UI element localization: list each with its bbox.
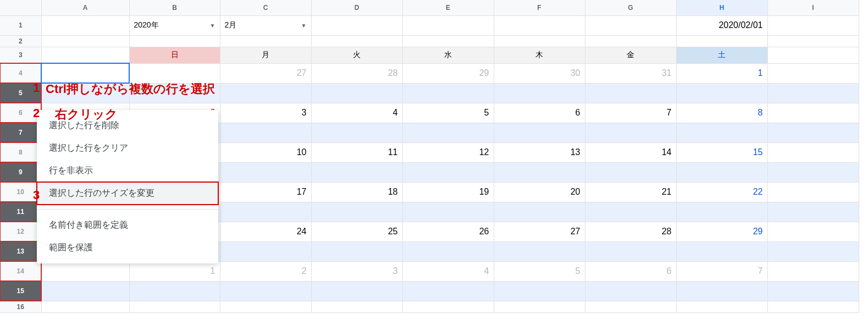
cell-C14[interactable]: 2 <box>220 261 311 281</box>
cell-G2[interactable] <box>585 35 676 47</box>
row-header-4[interactable]: 4 <box>0 63 41 83</box>
cell-E4[interactable]: 29 <box>402 63 494 83</box>
cell-I4[interactable] <box>767 63 859 83</box>
cell-C10[interactable]: 17 <box>220 182 311 202</box>
menu-item-protect-range[interactable]: 範囲を保護 <box>37 237 218 259</box>
cell-H4[interactable]: 1 <box>676 63 767 83</box>
cell-C9[interactable] <box>220 162 311 182</box>
cell-E9[interactable] <box>402 162 494 182</box>
cell-C5[interactable] <box>220 83 311 103</box>
cell-A16[interactable] <box>41 301 129 312</box>
cell-D8[interactable]: 11 <box>311 142 402 162</box>
col-header-D[interactable]: D <box>311 0 402 15</box>
row-header-2[interactable]: 2 <box>0 35 41 47</box>
cell-H5[interactable] <box>676 83 767 103</box>
cell-D12[interactable]: 25 <box>311 222 402 241</box>
cell-F15[interactable] <box>494 281 585 301</box>
day-header-fri[interactable]: 金 <box>585 47 676 63</box>
cell-H1-date[interactable]: 2020/02/01 <box>676 15 767 35</box>
cell-G15[interactable] <box>585 281 676 301</box>
row-header-7[interactable]: 7 <box>0 123 41 142</box>
cell-C8[interactable]: 10 <box>220 142 311 162</box>
cell-I7[interactable] <box>767 123 859 142</box>
row-header-11[interactable]: 11 <box>0 202 41 222</box>
cell-B14[interactable]: 1 <box>129 261 220 281</box>
cell-E6[interactable]: 5 <box>402 103 494 123</box>
cell-G16[interactable] <box>585 301 676 312</box>
cell-F16[interactable] <box>494 301 585 312</box>
cell-F8[interactable]: 13 <box>494 142 585 162</box>
cell-C1-month-dropdown[interactable]: 2月 <box>220 15 311 35</box>
row-header-15[interactable]: 15 <box>0 281 41 301</box>
col-header-H[interactable]: H <box>676 0 767 15</box>
cell-F14[interactable]: 5 <box>494 261 585 281</box>
cell-B4[interactable] <box>129 63 220 83</box>
cell-I10[interactable] <box>767 182 859 202</box>
cell-A2[interactable] <box>41 35 129 47</box>
cell-I5[interactable] <box>767 83 859 103</box>
col-header-I[interactable]: I <box>767 0 859 15</box>
cell-G12[interactable]: 28 <box>585 222 676 241</box>
cell-D7[interactable] <box>311 123 402 142</box>
cell-B1-year-dropdown[interactable]: 2020年 <box>129 15 220 35</box>
row-header-12[interactable]: 12 <box>0 222 41 241</box>
cell-I8[interactable] <box>767 142 859 162</box>
cell-D5[interactable] <box>311 83 402 103</box>
cell-E16[interactable] <box>402 301 494 312</box>
cell-C13[interactable] <box>220 241 311 261</box>
cell-D1[interactable] <box>311 15 402 35</box>
cell-A3[interactable] <box>41 47 129 63</box>
cell-G14[interactable]: 6 <box>585 261 676 281</box>
cell-F4[interactable]: 30 <box>494 63 585 83</box>
cell-G1[interactable] <box>585 15 676 35</box>
row-header-3[interactable]: 3 <box>0 47 41 63</box>
cell-H13[interactable] <box>676 241 767 261</box>
cell-E5[interactable] <box>402 83 494 103</box>
cell-B2[interactable] <box>129 35 220 47</box>
col-header-G[interactable]: G <box>585 0 676 15</box>
cell-C7[interactable] <box>220 123 311 142</box>
cell-F6[interactable]: 6 <box>494 103 585 123</box>
cell-I1[interactable] <box>767 15 859 35</box>
cell-C4[interactable]: 27 <box>220 63 311 83</box>
cell-E15[interactable] <box>402 281 494 301</box>
row-header-14[interactable]: 14 <box>0 261 41 281</box>
cell-G4[interactable]: 31 <box>585 63 676 83</box>
cell-I9[interactable] <box>767 162 859 182</box>
cell-I12[interactable] <box>767 222 859 241</box>
cell-B16[interactable] <box>129 301 220 312</box>
row-header-13[interactable]: 13 <box>0 241 41 261</box>
day-header-mon[interactable]: 月 <box>220 47 311 63</box>
cell-A1[interactable] <box>41 15 129 35</box>
cell-A4[interactable] <box>41 63 129 83</box>
cell-E7[interactable] <box>402 123 494 142</box>
cell-D9[interactable] <box>311 162 402 182</box>
cell-D11[interactable] <box>311 202 402 222</box>
cell-D4[interactable]: 28 <box>311 63 402 83</box>
cell-A15[interactable] <box>41 281 129 301</box>
cell-H7[interactable] <box>676 123 767 142</box>
menu-item-hide-rows[interactable]: 行を非表示 <box>37 160 218 182</box>
cell-F7[interactable] <box>494 123 585 142</box>
row-header-9[interactable]: 9 <box>0 162 41 182</box>
cell-H15[interactable] <box>676 281 767 301</box>
cell-D14[interactable]: 3 <box>311 261 402 281</box>
cell-E14[interactable]: 4 <box>402 261 494 281</box>
menu-item-define-name[interactable]: 名前付き範囲を定義 <box>37 214 218 237</box>
cell-B15[interactable] <box>129 281 220 301</box>
cell-E12[interactable]: 26 <box>402 222 494 241</box>
cell-G9[interactable] <box>585 162 676 182</box>
day-header-sat[interactable]: 土 <box>676 47 767 63</box>
cell-F1[interactable] <box>494 15 585 35</box>
cell-G11[interactable] <box>585 202 676 222</box>
cell-I6[interactable] <box>767 103 859 123</box>
col-header-E[interactable]: E <box>402 0 494 15</box>
day-header-wed[interactable]: 水 <box>402 47 494 63</box>
cell-G7[interactable] <box>585 123 676 142</box>
cell-H14[interactable]: 7 <box>676 261 767 281</box>
col-header-A[interactable]: A <box>41 0 129 15</box>
cell-E11[interactable] <box>402 202 494 222</box>
cell-H6[interactable]: 8 <box>676 103 767 123</box>
row-header-16[interactable]: 16 <box>0 301 41 312</box>
cell-F13[interactable] <box>494 241 585 261</box>
